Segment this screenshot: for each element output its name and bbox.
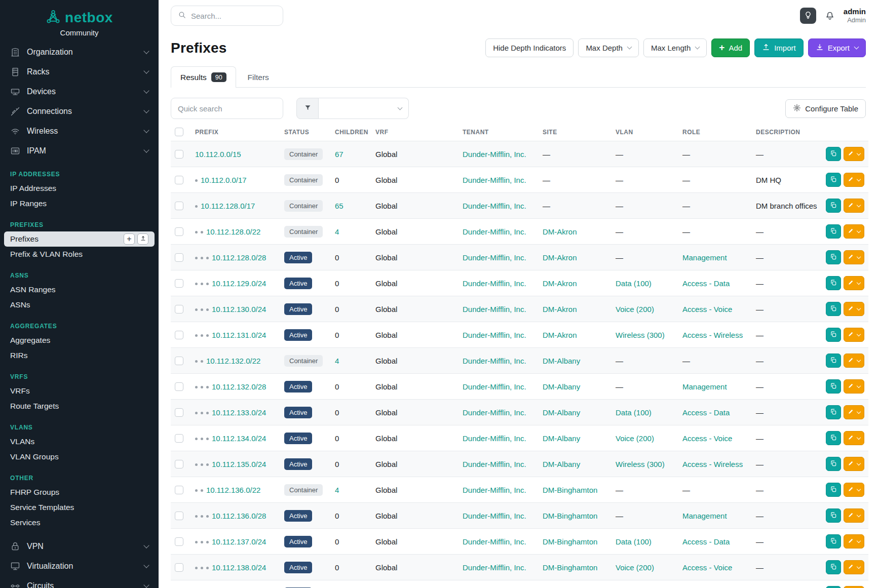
tenant-link[interactable]: Dunder-Mifflin, Inc. [463,486,526,494]
sidebar-item-ip-ranges[interactable]: IP Ranges [0,196,159,211]
sidebar-item-organization[interactable]: Organization [0,42,159,62]
row-checkbox[interactable] [175,408,183,417]
row-checkbox[interactable] [175,460,183,468]
edit-button[interactable] [844,250,864,264]
prefix-link[interactable]: 10.112.138.0/24 [212,563,266,572]
select-all-checkbox[interactable] [175,128,183,136]
copy-button[interactable] [826,508,841,523]
tenant-link[interactable]: Dunder-Mifflin, Inc. [463,460,526,468]
copy-button[interactable] [826,379,841,394]
copy-button[interactable] [826,354,841,368]
site-link[interactable]: DM-Albany [543,460,580,468]
sidebar-item-vlan-groups[interactable]: VLAN Groups [0,449,159,464]
site-link[interactable]: DM-Albany [543,434,580,443]
column-header-children[interactable]: CHILDREN [331,123,371,141]
site-link[interactable]: DM-Binghamton [543,563,597,572]
tenant-link[interactable]: Dunder-Mifflin, Inc. [463,253,526,262]
sidebar-item-racks[interactable]: Racks [0,62,159,82]
prefix-link[interactable]: 10.112.128.0/22 [206,227,260,236]
role-link[interactable]: Access - Data [682,408,730,417]
row-checkbox[interactable] [175,253,183,262]
sidebar-item-asn-ranges[interactable]: ASN Ranges [0,282,159,297]
row-checkbox[interactable] [175,279,183,288]
site-link[interactable]: DM-Akron [543,305,577,313]
copy-button[interactable] [826,250,841,264]
copy-button[interactable] [826,276,841,290]
hide-depth-indicators-button[interactable]: Hide Depth Indicators [485,38,574,57]
vlan-link[interactable]: Wireless (300) [616,460,665,468]
row-checkbox[interactable] [175,150,183,159]
edit-button[interactable] [844,276,864,290]
user-menu[interactable]: admin Admin [844,7,866,25]
site-link[interactable]: DM-Akron [543,227,577,236]
edit-button[interactable] [844,508,864,523]
vlan-link[interactable]: Data (100) [616,279,652,288]
role-link[interactable]: Management [682,253,727,262]
row-checkbox[interactable] [175,176,183,184]
site-link[interactable]: DM-Albany [543,382,580,391]
sidebar-item-fhrp-groups[interactable]: FHRP Groups [0,485,159,500]
row-checkbox[interactable] [175,537,183,546]
role-link[interactable]: Access - Data [682,279,730,288]
children-link[interactable]: 4 [335,357,339,365]
tab-results[interactable]: Results 90 [171,66,236,88]
saved-filter-select[interactable] [319,98,409,119]
role-link[interactable]: Access - Voice [682,305,732,313]
role-link[interactable]: Management [682,512,727,520]
prefix-link[interactable]: 10.112.0.0/15 [195,150,241,159]
sidebar-item-vrfs[interactable]: VRFs [0,383,159,399]
role-link[interactable]: Access - Data [682,537,730,546]
site-link[interactable]: DM-Binghamton [543,512,597,520]
copy-button[interactable] [826,173,841,187]
sidebar-item-virtualization[interactable]: Virtualization [0,556,159,576]
sidebar-item-wireless[interactable]: Wireless [0,121,159,141]
copy-button[interactable] [826,224,841,239]
max-length-dropdown[interactable]: Max Length [643,38,707,57]
vlan-link[interactable]: Data (100) [616,408,652,417]
row-checkbox[interactable] [175,382,183,391]
max-depth-dropdown[interactable]: Max Depth [578,38,639,57]
filter-button[interactable] [296,98,319,119]
theme-toggle-button[interactable] [800,8,816,24]
column-header-prefix[interactable]: PREFIX [191,123,280,141]
import-button[interactable]: Import [754,38,804,57]
sidebar-item-ipam[interactable]: IPAM [0,141,159,161]
copy-button[interactable] [826,483,841,497]
vlan-link[interactable]: Voice (200) [616,563,654,572]
edit-button[interactable] [844,534,864,548]
column-header-description[interactable]: DESCRIPTION [752,123,822,141]
global-search-input[interactable] [191,12,276,20]
role-link[interactable]: Access - Wireless [682,331,743,339]
notifications-button[interactable] [824,10,835,22]
prefix-link[interactable]: 10.112.0.0/17 [201,176,247,184]
site-link[interactable]: DM-Akron [543,253,577,262]
prefix-link[interactable]: 10.112.136.0/28 [212,512,266,520]
tenant-link[interactable]: Dunder-Mifflin, Inc. [463,382,526,391]
site-link[interactable]: DM-Akron [543,279,577,288]
sidebar-item-route-targets[interactable]: Route Targets [0,399,159,414]
prefix-link[interactable]: 10.112.128.0/28 [212,253,266,262]
edit-button[interactable] [844,405,864,419]
sidebar-item-asns[interactable]: ASNs [0,297,159,312]
add-button[interactable]: + Add [711,38,750,57]
row-checkbox[interactable] [175,202,183,210]
tenant-link[interactable]: Dunder-Mifflin, Inc. [463,279,526,288]
quick-add-button[interactable]: + [124,233,135,245]
prefix-link[interactable]: 10.112.131.0/24 [212,331,266,339]
copy-button[interactable] [826,147,841,161]
prefix-link[interactable]: 10.112.137.0/24 [212,537,266,546]
sidebar-item-services[interactable]: Services [0,515,159,530]
edit-button[interactable] [844,199,864,213]
edit-button[interactable] [844,560,864,574]
global-search[interactable] [171,6,283,26]
tenant-link[interactable]: Dunder-Mifflin, Inc. [463,512,526,520]
role-link[interactable]: Access - Wireless [682,460,743,468]
row-checkbox[interactable] [175,486,183,494]
copy-button[interactable] [826,431,841,445]
sidebar-item-vlans[interactable]: VLANs [0,434,159,449]
sidebar-item-devices[interactable]: Devices [0,82,159,101]
prefix-link[interactable]: 10.112.136.0/22 [206,486,260,494]
role-link[interactable]: Management [682,382,727,391]
tenant-link[interactable]: Dunder-Mifflin, Inc. [463,434,526,443]
edit-button[interactable] [844,302,864,316]
